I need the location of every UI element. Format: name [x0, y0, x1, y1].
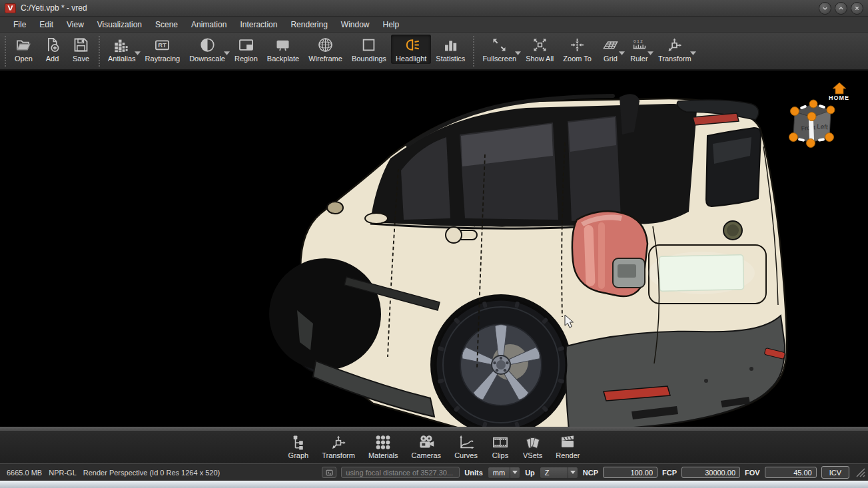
up-label: Up: [525, 469, 535, 477]
ruler-icon: 0 1 2: [630, 36, 649, 54]
menu-bar: FileEditViewVisualizationSceneAnimationI…: [0, 17, 868, 33]
dropdown-arrow-icon[interactable]: [135, 51, 141, 55]
toolbar-button-headlight[interactable]: Headlight: [391, 35, 431, 64]
up-axis-value: Z: [540, 469, 554, 477]
menu-item-file[interactable]: File: [7, 18, 33, 31]
menu-item-rendering[interactable]: Rendering: [284, 18, 334, 31]
toolbar-button-label: Downscale: [189, 55, 225, 63]
render-info: Render Perspective (Id 0 Res 1264 x 520): [83, 469, 220, 477]
toolbar-button-fullscreen[interactable]: Fullscreen: [478, 35, 521, 64]
transform-gizmo-icon: [329, 433, 348, 451]
dropdown-arrow-icon[interactable]: [648, 51, 653, 55]
dock-button-graph[interactable]: Graph: [283, 433, 314, 459]
menu-item-scene[interactable]: Scene: [149, 18, 185, 31]
toolbar-button-grid[interactable]: Grid: [596, 35, 625, 64]
maximize-button[interactable]: [835, 2, 847, 15]
toolbar-button-label: Region: [234, 55, 258, 63]
units-dropdown[interactable]: mm: [488, 467, 520, 479]
up-axis-dropdown[interactable]: Z: [540, 467, 578, 479]
toolbar-button-open[interactable]: Open: [9, 35, 38, 64]
svg-text:0 1 2: 0 1 2: [634, 39, 643, 43]
units-label: Units: [464, 469, 483, 477]
toolbar-button-antialias[interactable]: Antialias: [103, 35, 141, 64]
vsets-cards-icon: [524, 433, 542, 451]
car-side-mirror: [327, 202, 343, 214]
menu-item-help[interactable]: Help: [376, 18, 406, 31]
ncp-field[interactable]: [603, 467, 657, 478]
fov-label: FOV: [745, 469, 760, 477]
window-controls: [819, 2, 863, 15]
dock-button-curves[interactable]: Curves: [449, 433, 483, 459]
menu-item-animation[interactable]: Animation: [185, 18, 233, 31]
dock-button-label: Materials: [368, 451, 398, 459]
dock-button-transform[interactable]: Transform: [316, 433, 360, 459]
menu-item-window[interactable]: Window: [334, 18, 376, 31]
terminal-icon[interactable]: [322, 467, 336, 478]
dock-button-clips[interactable]: Clips: [486, 433, 515, 459]
toolbar-button-boundings[interactable]: Boundings: [347, 35, 391, 64]
toolbar-button-label: Boundings: [352, 55, 386, 63]
menu-item-visualization[interactable]: Visualization: [91, 18, 149, 31]
materials-grid-icon: [374, 433, 392, 451]
dropdown-arrow-icon[interactable]: [619, 51, 625, 55]
dropdown-arrow-icon[interactable]: [690, 51, 696, 55]
toolbar-button-ruler[interactable]: 0 1 2Ruler: [625, 35, 653, 64]
toolbar-button-zoom-to[interactable]: Zoom To: [558, 35, 596, 64]
dropdown-arrow-icon[interactable]: [510, 467, 520, 478]
menu-item-edit[interactable]: Edit: [33, 18, 60, 31]
memory-usage: 6665.0 MB: [7, 469, 42, 477]
toolbar-group-separator: [99, 36, 100, 67]
toolbar-button-label: Open: [15, 55, 33, 63]
filmstrip-icon: [491, 433, 510, 451]
toolbar-button-region[interactable]: Region: [230, 35, 262, 64]
fov-field[interactable]: [765, 467, 817, 478]
title-bar[interactable]: C:/Yeti.vpb * - vred: [0, 0, 868, 17]
car-rear-window: [706, 128, 761, 206]
dropdown-arrow-icon[interactable]: [224, 51, 230, 55]
view-navigation-cube[interactable]: Front Left: [787, 99, 839, 149]
toolbar-button-label: Zoom To: [563, 55, 592, 63]
toolbar-button-backplate[interactable]: Backplate: [262, 35, 304, 64]
render-viewport[interactable]: HOME Front Left: [0, 71, 868, 427]
toolbar-button-label: Fullscreen: [482, 55, 516, 63]
toolbar-button-label: Wireframe: [308, 55, 342, 63]
minimize-button[interactable]: [819, 2, 831, 15]
mouse-cursor: [564, 314, 574, 329]
navcube-left-label[interactable]: Left: [817, 122, 829, 130]
toolbar-button-label: Headlight: [396, 55, 426, 63]
dropdown-arrow-icon[interactable]: [515, 51, 521, 55]
menu-item-interaction[interactable]: Interaction: [233, 18, 284, 31]
add-document-icon: [43, 36, 62, 54]
icv-button[interactable]: ICV: [821, 466, 849, 479]
toolbar-button-statistics[interactable]: Statistics: [431, 35, 470, 64]
vred-application-window: C:/Yeti.vpb * - vred FileEditViewVisuali…: [0, 0, 868, 488]
fcp-field[interactable]: [681, 467, 740, 478]
viewport-splitter[interactable]: [0, 427, 868, 432]
toolbar-button-wireframe[interactable]: Wireframe: [304, 35, 347, 64]
window-bottom-edge: [0, 481, 868, 488]
open-folder-icon: [14, 36, 33, 54]
clapperboard-icon: [558, 433, 577, 451]
toolbar-button-label: Raytracing: [145, 55, 181, 63]
toolbar-button-show-all[interactable]: Show All: [521, 35, 558, 64]
toolbar-button-add[interactable]: Add: [38, 35, 67, 64]
close-icon: [853, 4, 861, 13]
dock-button-vsets[interactable]: VSets: [518, 433, 548, 459]
dropdown-arrow-icon[interactable]: [568, 467, 578, 478]
toolbar-button-raytracing[interactable]: RTRaytracing: [141, 35, 185, 64]
menu-item-view[interactable]: View: [60, 18, 91, 31]
dock-button-cameras[interactable]: Cameras: [406, 433, 447, 459]
resize-grip-icon[interactable]: [855, 467, 865, 478]
close-button[interactable]: [851, 2, 863, 15]
toolbar-button-save[interactable]: Save: [67, 35, 95, 64]
toolbar-button-transform[interactable]: Transform: [653, 35, 696, 64]
transform-gizmo-icon: [665, 36, 684, 54]
toolbar-button-downscale[interactable]: Downscale: [185, 35, 230, 64]
statistics-bars-icon: [441, 36, 460, 54]
dock-button-materials[interactable]: Materials: [363, 433, 404, 459]
dock-button-render[interactable]: Render: [550, 433, 585, 459]
raytracing-rt-icon: RT: [153, 36, 172, 54]
car-model-skoda-yeti: [0, 71, 868, 427]
dock-button-label: Clips: [492, 451, 508, 459]
focal-distance-message[interactable]: [341, 467, 460, 478]
